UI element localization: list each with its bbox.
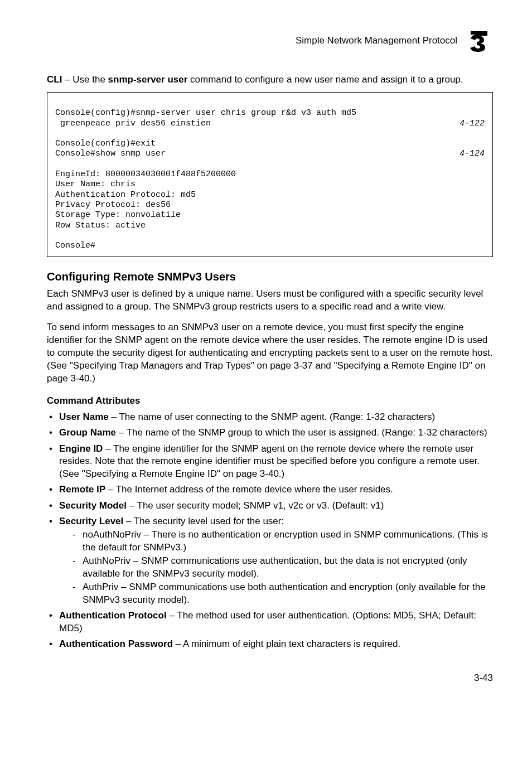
code-line: greenpeace priv des56 einstien	[55, 119, 211, 129]
attr-text: – The security level used for the user:	[123, 516, 284, 526]
section-para-2: To send inform messages to an SNMPv3 use…	[47, 321, 493, 385]
code-line: Privacy Protocol: des56	[55, 200, 171, 210]
list-item: Group Name – The name of the SNMP group …	[47, 427, 493, 439]
security-sublist: noAuthNoPriv – There is no authenticatio…	[59, 529, 493, 606]
header-title: Simple Network Management Protocol	[296, 35, 457, 46]
list-item: Engine ID – The engine identifier for th…	[47, 443, 493, 480]
command-attributes-heading: Command Attributes	[47, 395, 493, 407]
attr-label: Remote IP	[59, 484, 105, 495]
page-number: 3-43	[47, 673, 493, 684]
attr-label: User Name	[59, 412, 109, 422]
intro-paragraph: CLI – Use the snmp-server user command t…	[47, 74, 493, 86]
attributes-list: User Name – The name of user connecting …	[47, 411, 493, 650]
intro-rest: command to configure a new user name and…	[187, 74, 463, 85]
list-item: AuthNoPriv – SNMP communications use aut…	[59, 555, 493, 580]
list-item: Authentication Protocol – The method use…	[47, 609, 493, 635]
attr-text: – The user security model; SNMP v1, v2c …	[127, 500, 384, 511]
attr-label: Security Model	[59, 500, 127, 511]
intro-sep: – Use the	[62, 74, 108, 85]
code-line: Console(config)#snmp-server user chris g…	[55, 108, 356, 118]
chapter-badge-icon	[465, 27, 493, 55]
list-item: Remote IP – The Internet address of the …	[47, 483, 493, 496]
attr-label: Authentication Password	[59, 638, 173, 649]
cli-command: snmp-server user	[108, 74, 188, 85]
attr-label: Security Level	[59, 516, 123, 526]
section-para-1: Each SNMPv3 user is defined by a unique …	[47, 288, 493, 313]
code-block: Console(config)#snmp-server user chris g…	[47, 92, 493, 257]
attr-label: Group Name	[59, 427, 116, 438]
attr-text: – A minimum of eight plain text characte…	[173, 638, 400, 649]
list-item: noAuthNoPriv – There is no authenticatio…	[59, 529, 493, 554]
code-line: Console#show snmp user	[55, 149, 166, 159]
attr-label: Engine ID	[59, 443, 103, 454]
page-container: Simple Network Management Protocol CLI –…	[0, 0, 532, 706]
cli-label: CLI	[47, 74, 62, 85]
page-header: Simple Network Management Protocol	[47, 27, 493, 55]
attr-label: Authentication Protocol	[59, 610, 167, 621]
list-item: AuthPriv – SNMP communications use both …	[59, 581, 493, 606]
code-line: Console(config)#exit	[55, 139, 156, 148]
code-line: Authentication Protocol: md5	[55, 190, 196, 200]
attr-text: – The engine identifier for the SNMP age…	[59, 443, 480, 479]
attr-text: – The name of user connecting to the SNM…	[109, 412, 435, 422]
code-line: User Name: chris	[55, 180, 136, 189]
list-item: Security Model – The user security model…	[47, 500, 493, 512]
section-heading: Configuring Remote SNMPv3 Users	[47, 270, 493, 283]
list-item: Authentication Password – A minimum of e…	[47, 638, 493, 650]
code-line: Storage Type: nonvolatile	[55, 210, 181, 220]
list-item: Security Level – The security level used…	[47, 515, 493, 606]
code-ref: 4-124	[448, 149, 485, 159]
code-ref: 4-122	[448, 119, 485, 129]
code-line: EngineId: 80000034030001f488f5200000	[55, 170, 236, 179]
code-line: Console#	[55, 241, 95, 250]
attr-text: – The Internet address of the remote dev…	[105, 484, 393, 495]
list-item: User Name – The name of user connecting …	[47, 411, 493, 423]
code-line: Row Status: active	[55, 221, 146, 230]
attr-text: – The name of the SNMP group to which th…	[116, 427, 487, 438]
